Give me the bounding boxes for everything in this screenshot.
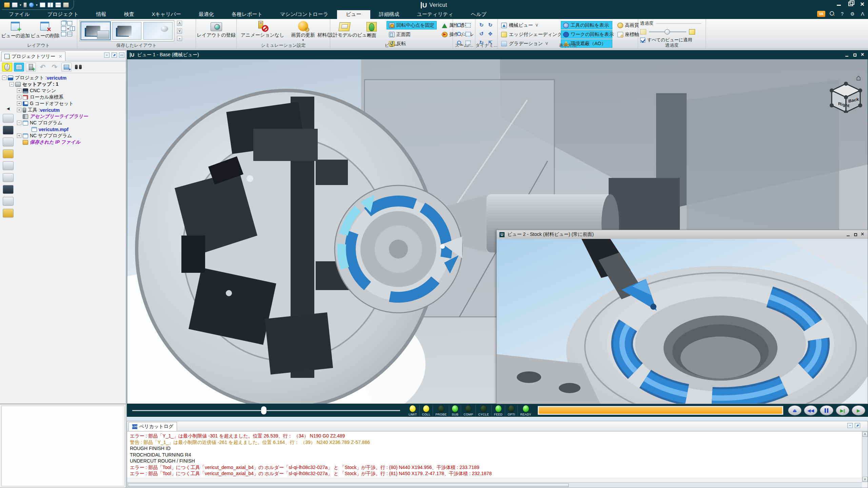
- tree-row-assembly-library[interactable]: アセンブリーライブラリー: [2, 113, 125, 120]
- stack-windows-icon[interactable]: [61, 32, 66, 36]
- tree-row-tools[interactable]: + 工具 : vericutm: [2, 107, 125, 113]
- window-restore-button[interactable]: [848, 1, 854, 7]
- project-tree-tab[interactable]: プロジェクトツリー ✕: [1, 52, 65, 61]
- fix-rotation-center-toggle[interactable]: 回転中心点を固定: [387, 21, 437, 29]
- layout-single-icon[interactable]: [40, 2, 45, 7]
- simulation-progress-slider[interactable]: [132, 406, 400, 415]
- refresh-quality-button[interactable]: 画質の更新 ▾: [289, 20, 317, 42]
- tool-change-icon[interactable]: [3, 149, 14, 158]
- thumb-expand-button[interactable]: »: [177, 36, 182, 41]
- menu-optimize[interactable]: 最適化: [190, 10, 223, 19]
- tool-manager-icon[interactable]: [23, 2, 27, 7]
- tree-row-nc-subprogram[interactable]: + NC サブプログラム: [2, 133, 125, 139]
- front-view-button[interactable]: 正面図: [387, 30, 437, 39]
- log-horizontal-scrollbar[interactable]: [127, 482, 862, 488]
- view2-3d-viewport[interactable]: [497, 239, 868, 404]
- tree-row-gcode-offset[interactable]: + G コードオフセット: [2, 100, 125, 107]
- cascade-windows-icon[interactable]: [61, 21, 66, 25]
- gcode-strip-icon[interactable]: [3, 185, 14, 194]
- view2-restore-button[interactable]: [853, 233, 858, 237]
- view2-close-button[interactable]: [861, 233, 865, 237]
- play-button[interactable]: ▶: [852, 405, 865, 415]
- zoom-window-icon[interactable]: [455, 21, 463, 29]
- menu-view[interactable]: ビュー: [337, 10, 370, 19]
- menu-inspect[interactable]: 検査: [115, 10, 143, 19]
- view-cube[interactable]: ⌂ Right Back: [829, 73, 863, 114]
- layout-two-pane-icon[interactable]: [47, 2, 53, 7]
- register-layout-button[interactable]: レイアウトの登録: [198, 20, 234, 39]
- search-tree-button[interactable]: [73, 63, 83, 72]
- undo-button[interactable]: ↶: [38, 63, 48, 72]
- tree-row-local-csys[interactable]: + ローカル座標系: [2, 94, 125, 100]
- horizontal-split-icon[interactable]: [67, 32, 72, 36]
- tile-dropdown-icon[interactable]: ▾: [67, 27, 69, 30]
- view2-minimize-button[interactable]: [846, 233, 851, 237]
- machine-view-dropdown[interactable]: 機械ビュー ᐯ: [500, 21, 558, 29]
- single-pane-icon[interactable]: [67, 21, 72, 25]
- rewind-button[interactable]: ◀◀: [804, 405, 817, 415]
- saved-layout-thumb-3[interactable]: [143, 22, 173, 40]
- zoom-in-icon[interactable]: [455, 30, 463, 38]
- thumb-scroll-down-button[interactable]: ᐯ: [177, 28, 182, 34]
- export-model-button[interactable]: [61, 63, 72, 72]
- saved-layout-thumb-2[interactable]: [112, 22, 141, 40]
- tree-row-cnc-machine[interactable]: + CNC マシン: [2, 87, 125, 94]
- menu-xcaliper[interactable]: Xキャリパー: [143, 10, 190, 19]
- vertical-split-icon[interactable]: [70, 26, 75, 31]
- pan-icon[interactable]: ✥: [486, 30, 494, 38]
- menu-info[interactable]: 情報: [87, 10, 115, 19]
- view1-minimize-button[interactable]: [845, 53, 849, 57]
- home-view-icon[interactable]: ⌂: [856, 73, 861, 82]
- rotate-x-icon[interactable]: ↻: [477, 21, 486, 29]
- show-tool-rotation-toggle[interactable]: 工具の回転を表示: [561, 21, 612, 29]
- close-tab-icon[interactable]: ✕: [59, 54, 62, 59]
- edge-shading-dropdown[interactable]: エッジ付シェーディング ᐯ: [500, 30, 558, 39]
- settings-gear-icon[interactable]: ⚙: [849, 11, 856, 17]
- collapse-strip-icon[interactable]: ◀: [7, 106, 9, 111]
- coordinate-axes-button[interactable]: 座標軸: [615, 30, 642, 39]
- window-close-button[interactable]: [859, 1, 865, 7]
- tile-windows-icon[interactable]: [61, 26, 66, 31]
- delete-view-button[interactable]: × ビューの削除: [32, 20, 58, 40]
- menu-file[interactable]: ファイル: [0, 10, 38, 19]
- step-forward-button[interactable]: ▶|: [836, 405, 849, 415]
- scroll-down-icon[interactable]: ᐯ: [863, 477, 868, 482]
- add-view-button[interactable]: + ビューの追加: [2, 20, 29, 40]
- show-work-rotation-toggle[interactable]: ワークの回転を表示: [561, 30, 612, 39]
- menu-machine-controller[interactable]: マシン/コントローラ: [271, 10, 337, 19]
- measure-icon[interactable]: [3, 161, 14, 170]
- log-float-button[interactable]: ⬈: [855, 423, 860, 428]
- search-icon[interactable]: [829, 11, 835, 17]
- view2-titlebar[interactable]: U ビュー 2 - Stock (材料ビュー) (常に前面): [497, 230, 868, 239]
- properties-form-button[interactable]: [14, 63, 24, 72]
- view1-close-button[interactable]: [861, 53, 865, 57]
- info-icon[interactable]: [29, 2, 34, 7]
- control-panel-strip-icon[interactable]: [3, 126, 14, 135]
- menu-reports[interactable]: 各種レポート: [223, 10, 271, 19]
- tree-row-project[interactable]: − プロジェクト : vericutm: [2, 75, 125, 81]
- stock-design-view-button[interactable]: 材料/設計モデルのビュー: [332, 20, 357, 39]
- open-project-icon[interactable]: [4, 2, 10, 7]
- apply-all-views-checkbox[interactable]: [640, 38, 645, 43]
- ip-file-strip-icon[interactable]: [3, 209, 14, 218]
- tree-row-setup[interactable]: − セットアップ : 1: [2, 81, 125, 87]
- pause-button[interactable]: [820, 405, 833, 415]
- layout-hsplit-icon[interactable]: [55, 2, 61, 7]
- vericut-log-tab[interactable]: LOG ベリカットログ: [129, 422, 177, 431]
- tree-row-nc-file[interactable]: vericutm.mpf: [2, 126, 125, 133]
- rotate-xy-icon[interactable]: ↻: [486, 21, 494, 29]
- refresh-quality-dropdown-icon[interactable]: ▾: [302, 38, 304, 42]
- zoom-fit-icon[interactable]: [464, 30, 472, 38]
- machine-strip-icon[interactable]: [3, 138, 14, 146]
- panel-minimize-button[interactable]: −: [104, 53, 110, 58]
- mouse-mode-button[interactable]: [2, 63, 12, 72]
- axes-strip-icon[interactable]: [3, 173, 14, 182]
- reset-layout-icon[interactable]: [63, 2, 69, 7]
- add-tool-button[interactable]: [26, 63, 36, 72]
- log-minimize-button[interactable]: −: [847, 423, 853, 428]
- menu-help[interactable]: ヘルプ: [462, 10, 495, 19]
- panel-maximize-button[interactable]: ▭: [119, 53, 124, 58]
- no-animation-button[interactable]: アニメーションなし: [239, 20, 287, 39]
- log-vertical-scrollbar[interactable]: ᐱ ᐯ: [862, 431, 868, 482]
- tree-row-nc-program[interactable]: − NC プログラム: [2, 120, 125, 126]
